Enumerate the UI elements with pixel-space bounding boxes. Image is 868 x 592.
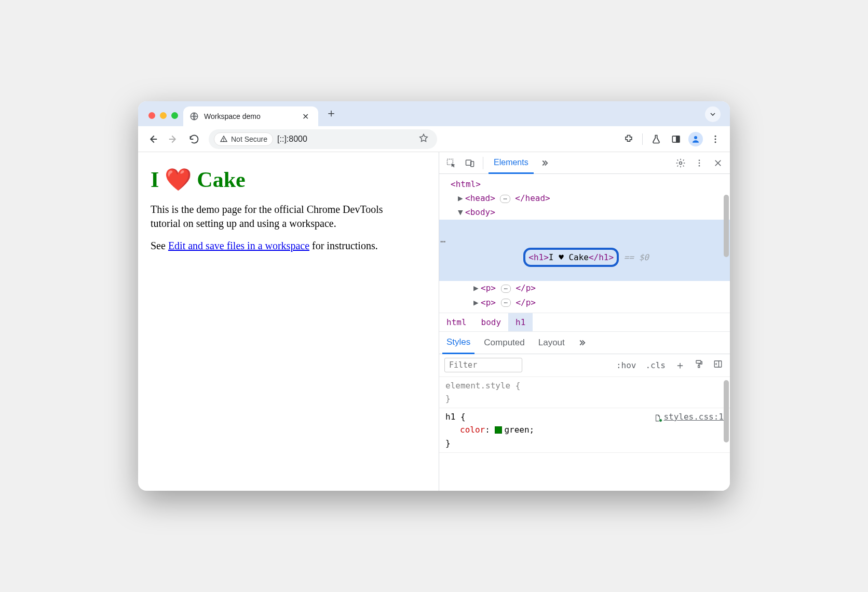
- p2-prefix: See: [151, 240, 168, 251]
- close-tab-button[interactable]: ✕: [300, 111, 311, 123]
- elements-tab[interactable]: Elements: [489, 153, 534, 174]
- svg-point-2: [224, 140, 224, 141]
- file-icon: [654, 413, 661, 421]
- source-link[interactable]: styles.css:1: [654, 410, 724, 424]
- side-panel-button[interactable]: [667, 130, 685, 149]
- close-window-button[interactable]: [148, 112, 155, 119]
- maximize-window-button[interactable]: [171, 112, 178, 119]
- tab-search-button[interactable]: [705, 106, 721, 122]
- security-label: Not Secure: [231, 135, 267, 143]
- color-value[interactable]: green: [504, 425, 529, 435]
- browser-toolbar: Not Secure [::]:8000: [138, 126, 730, 152]
- styles-toolbar: :hov .cls ＋: [439, 354, 730, 377]
- browser-tab[interactable]: Workspace demo ✕: [183, 106, 318, 126]
- devtools-settings-button[interactable]: [673, 155, 688, 171]
- console-ref-label: == $0: [624, 252, 649, 262]
- svg-rect-17: [698, 366, 700, 368]
- page-paragraph-2: See Edit and save files in a workspace f…: [151, 239, 395, 253]
- element-style-selector: element.style {: [445, 379, 724, 393]
- dom-node-body[interactable]: ▼<body>: [439, 205, 730, 219]
- device-toolbar-button[interactable]: [462, 155, 478, 171]
- extensions-button[interactable]: [619, 130, 638, 149]
- address-bar[interactable]: Not Secure [::]:8000: [209, 129, 437, 149]
- svg-point-8: [715, 141, 716, 143]
- url-text: [::]:8000: [277, 134, 307, 144]
- styles-tab[interactable]: Styles: [442, 332, 474, 354]
- styles-rules: element.style { } styles.css:1 h1 { colo…: [439, 377, 730, 491]
- source-text: styles.css:1: [663, 410, 724, 424]
- globe-icon: [189, 112, 199, 121]
- dom-node-p-2[interactable]: ▶<p> ⋯ </p>: [439, 295, 730, 310]
- computed-tab[interactable]: Computed: [480, 332, 528, 353]
- rendered-page: I ❤️ Cake This is the demo page for the …: [138, 152, 439, 491]
- svg-point-12: [680, 162, 682, 164]
- forward-button[interactable]: [164, 130, 183, 149]
- security-chip[interactable]: Not Secure: [214, 132, 273, 146]
- tutorial-link[interactable]: Edit and save files in a workspace: [168, 240, 309, 251]
- crumb-body[interactable]: body: [474, 313, 509, 331]
- layout-tab[interactable]: Layout: [534, 332, 569, 353]
- profile-button[interactable]: [686, 130, 705, 149]
- minimize-window-button[interactable]: [160, 112, 167, 119]
- close-brace: }: [445, 392, 724, 406]
- dom-node-p-1[interactable]: ▶<p> ⋯ </p>: [439, 281, 730, 295]
- devtools-tabbar: Elements: [439, 152, 730, 174]
- p2-suffix: for instructions.: [309, 240, 378, 251]
- h1-selector: h1 {: [445, 412, 466, 422]
- dom-node-head[interactable]: ▶<head> ⋯ </head>: [439, 191, 730, 205]
- inspect-element-button[interactable]: [443, 155, 459, 171]
- toolbar-actions: [619, 130, 725, 149]
- browser-window: Workspace demo ✕ ＋ Not Secure [::]:8000: [138, 101, 730, 491]
- svg-point-15: [699, 165, 700, 166]
- svg-point-5: [694, 136, 697, 139]
- dom-node-h1-selected[interactable]: ⋯ <h1>I ♥ Cake</h1> == $0: [439, 220, 730, 281]
- new-style-rule-button[interactable]: ＋: [673, 357, 687, 373]
- content-area: I ❤️ Cake This is the demo page for the …: [138, 152, 730, 491]
- svg-rect-16: [696, 360, 701, 363]
- svg-point-6: [715, 135, 716, 137]
- devtools-close-button[interactable]: [710, 155, 726, 171]
- close-brace: }: [445, 438, 451, 448]
- computed-sidebar-button[interactable]: [711, 358, 725, 372]
- row-actions-icon[interactable]: ⋯: [440, 234, 446, 250]
- page-paragraph-1: This is the demo page for the official C…: [151, 203, 395, 231]
- more-subtabs-button[interactable]: [574, 335, 590, 351]
- page-heading: I ❤️ Cake: [151, 167, 426, 192]
- element-style-block[interactable]: element.style { }: [439, 377, 730, 408]
- crumb-html[interactable]: html: [439, 313, 474, 331]
- bookmark-star-icon[interactable]: [418, 133, 429, 145]
- tab-title: Workspace demo: [204, 112, 295, 120]
- color-swatch-icon[interactable]: [495, 426, 502, 434]
- paint-styles-button[interactable]: [693, 358, 706, 372]
- dom-tree[interactable]: <html> ▶<head> ⋯ </head> ▼<body> ⋯ <h1>I…: [439, 174, 730, 313]
- styles-subtabs: Styles Computed Layout: [439, 332, 730, 354]
- dom-node-html[interactable]: <html>: [439, 177, 730, 191]
- window-controls: [145, 112, 183, 126]
- devtools-panel: Elements <html> ▶<head> ⋯ </head>: [439, 152, 730, 491]
- back-button[interactable]: [143, 130, 162, 149]
- hov-toggle[interactable]: :hov: [614, 359, 639, 371]
- crumb-h1[interactable]: h1: [508, 313, 533, 331]
- scrollbar-thumb[interactable]: [724, 380, 729, 442]
- dom-breadcrumb: html body h1: [439, 313, 730, 332]
- scrollbar-thumb[interactable]: [724, 195, 729, 257]
- svg-rect-4: [676, 136, 680, 142]
- color-property[interactable]: color: [460, 425, 485, 435]
- labs-button[interactable]: [647, 130, 666, 149]
- new-tab-button[interactable]: ＋: [318, 105, 344, 126]
- tab-strip: Workspace demo ✕ ＋: [138, 101, 730, 126]
- devtools-menu-button[interactable]: [691, 155, 707, 171]
- separator: [483, 157, 483, 169]
- reload-button[interactable]: [185, 130, 204, 149]
- cls-toggle[interactable]: .cls: [643, 359, 668, 371]
- svg-point-7: [715, 138, 716, 140]
- styles-filter-input[interactable]: [444, 358, 522, 372]
- svg-point-13: [699, 159, 700, 161]
- more-tabs-button[interactable]: [537, 155, 552, 171]
- separator: [642, 133, 643, 145]
- avatar-icon: [688, 132, 703, 146]
- h1-rule-block[interactable]: styles.css:1 h1 { color: green; }: [439, 408, 730, 453]
- chrome-menu-button[interactable]: [706, 130, 725, 149]
- svg-point-14: [699, 162, 700, 164]
